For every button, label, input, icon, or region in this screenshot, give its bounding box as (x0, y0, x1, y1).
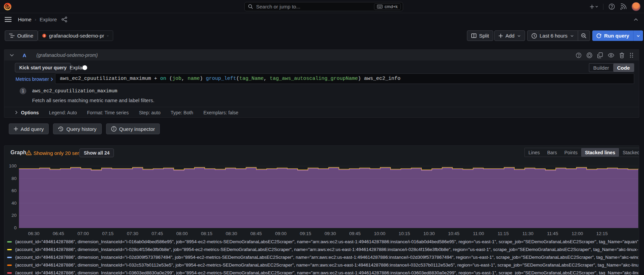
mode-stacked-lines[interactable]: Stacked lines (581, 148, 619, 157)
menu-toggle-icon[interactable] (5, 17, 11, 22)
x-axis-tick: 10:15 (396, 231, 413, 236)
y-axis-tick: 40 (6, 201, 17, 206)
x-axis-tick: 08:00 (174, 231, 190, 236)
x-axis-tick: 11:00 (470, 231, 487, 236)
time-range-picker[interactable]: Last 6 hours (527, 30, 578, 41)
chevron-right-icon (15, 111, 18, 114)
run-query-dropdown-button[interactable] (633, 30, 643, 41)
zoom-out-icon (581, 33, 587, 39)
search-icon (248, 4, 253, 9)
collapse-section-button[interactable] (634, 18, 638, 21)
split-icon (471, 33, 476, 38)
expression-token: ( (166, 76, 172, 82)
remove-query-trash-icon[interactable] (619, 52, 624, 58)
expression-token: , (264, 76, 270, 82)
query-row-header[interactable]: A (grafanacloud-sedemo-prom) (4, 50, 639, 61)
outline-icon (9, 33, 15, 38)
query-options-row[interactable]: Options Legend: Auto Format: Time series… (4, 107, 639, 118)
chevron-right-icon (51, 77, 53, 81)
x-axis-tick: 10:00 (372, 231, 388, 236)
graph-panel: Graph Showing only 20 series Show all 24… (4, 145, 639, 275)
series-label: {account_id="494614287886", dimension_In… (15, 255, 638, 260)
series-color-marker (7, 241, 12, 243)
series-color-marker (7, 265, 12, 266)
x-axis-tick: 06:45 (50, 231, 67, 236)
mode-points[interactable]: Points (561, 148, 581, 157)
code-mode-option[interactable]: Code (613, 64, 634, 72)
legend-row[interactable]: {account_id="494614287886", dimension_In… (7, 269, 638, 275)
legend-row[interactable]: {account_id="494614287886", dimension_In… (7, 261, 638, 269)
x-axis-tick: 12:15 (594, 231, 610, 236)
x-axis-tick: 07:00 (75, 231, 91, 236)
share-icon[interactable] (61, 17, 67, 22)
legend-row[interactable]: {account_id="494614287886", dimension_In… (7, 246, 638, 253)
x-axis-tick: 08:45 (248, 231, 264, 236)
expression-token: ( (236, 76, 239, 82)
query-help-icon[interactable] (576, 52, 581, 58)
kick-start-query-button[interactable]: Kick start your query (15, 63, 71, 72)
mode-bars[interactable]: Bars (543, 148, 561, 157)
query-datasource-hint: (grafanacloud-sedemo-prom) (36, 52, 98, 58)
outline-button[interactable]: Outline (5, 30, 38, 41)
series-color-marker (7, 257, 12, 258)
stacked-area-chart (19, 163, 638, 231)
datasource-picker[interactable]: grafanacloud-sedemo-pr (38, 30, 113, 41)
expression-token: ) (358, 76, 364, 82)
news-rss-icon[interactable] (620, 3, 626, 10)
expression-token: aws_ec2_info (364, 76, 400, 82)
disable-query-icon[interactable] (587, 52, 592, 58)
expression-token: name (188, 76, 200, 82)
option-type: Type: Both (171, 110, 193, 115)
explain-metric-name: aws_ec2_cpuutilization_maximum (32, 88, 117, 94)
y-axis-tick: 80 (6, 176, 17, 181)
y-axis-tick: 60 (6, 188, 17, 193)
prometheus-datasource-icon (42, 32, 46, 39)
new-menu-button[interactable] (589, 4, 598, 9)
chevron-up-icon (634, 18, 638, 21)
legend-row[interactable]: {account_id="494614287886", dimension_In… (7, 253, 638, 261)
add-button[interactable]: Add (494, 30, 525, 41)
expression-token: tag_aws_autoscaling_groupName (270, 76, 358, 82)
split-button[interactable]: Split (467, 30, 493, 41)
builder-mode-option[interactable]: Builder (589, 64, 613, 72)
search-shortcut-badge: cmd+k (374, 3, 401, 10)
expression-token: aws_ec2_cpuutilization_maximum + (60, 76, 160, 82)
duplicate-query-icon[interactable] (597, 52, 603, 58)
series-label: {account_id="494614287886", dimension_In… (15, 262, 638, 268)
y-axis-tick: 20 (6, 213, 17, 218)
option-step: Step: auto (139, 110, 160, 115)
metrics-browser-toggle[interactable]: Metrics browser (16, 74, 53, 84)
x-axis-tick: 11:15 (495, 231, 511, 236)
breadcrumb-home[interactable]: Home (18, 17, 31, 22)
x-axis-tick: 09:30 (322, 231, 338, 236)
series-limit-warning: Showing only 20 series (33, 150, 85, 156)
keyboard-icon (377, 5, 382, 8)
x-axis-tick: 11:30 (520, 231, 536, 236)
breadcrumb-separator-icon: › (35, 17, 36, 22)
zoom-out-time-button[interactable] (578, 30, 590, 41)
collapse-query-chevron-icon (10, 54, 14, 56)
drag-handle-icon[interactable] (629, 52, 634, 58)
add-query-button[interactable]: Add query (9, 123, 49, 134)
user-avatar[interactable] (631, 2, 641, 11)
breadcrumb-current: Explore (40, 17, 57, 22)
search-input[interactable]: Search or jump to... cmd+k (244, 2, 403, 11)
promql-code-input[interactable]: aws_ec2_cpuutilization_maximum + on (job… (55, 73, 634, 84)
run-query-button[interactable]: Run query (592, 30, 633, 41)
mode-stacked-bars[interactable]: Stacked bars (619, 148, 639, 157)
graph-title: Graph (10, 150, 26, 156)
query-inspector-button[interactable]: Query inspector (106, 123, 160, 134)
help-icon[interactable] (609, 3, 615, 10)
x-axis-tick: 08:15 (199, 231, 215, 236)
grafana-explore-page: Search or jump to... cmd+k (0, 0, 644, 275)
mode-lines[interactable]: Lines (525, 148, 543, 157)
query-expression: aws_ec2_cpuutilization_maximum + on (job… (60, 76, 400, 82)
chart-plot-area[interactable] (19, 163, 638, 231)
query-actions-row: Add query Query history Query inspector (9, 123, 160, 134)
grafana-logo-icon[interactable] (3, 2, 12, 11)
legend-row[interactable]: {account_id="494614287886", dimension_In… (7, 238, 638, 246)
hide-response-eye-icon[interactable] (608, 53, 614, 58)
query-history-button[interactable]: Query history (53, 123, 101, 134)
info-circle-icon (111, 126, 117, 132)
show-all-series-button[interactable]: Show all 24 (79, 148, 114, 157)
